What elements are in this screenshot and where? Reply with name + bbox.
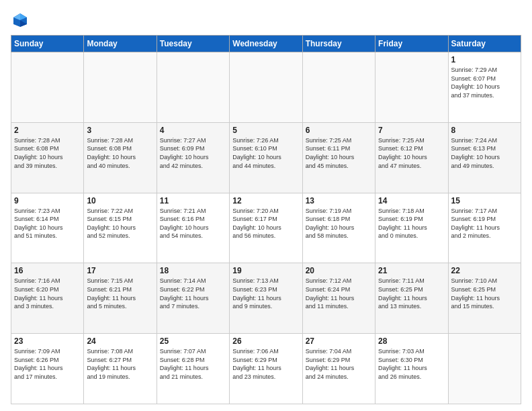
day-info: Sunrise: 7:28 AM Sunset: 6:08 PM Dayligh… (14, 136, 81, 170)
day-info: Sunrise: 7:22 AM Sunset: 6:15 PM Dayligh… (87, 207, 153, 240)
day-cell (375, 52, 448, 123)
day-cell: 15Sunrise: 7:17 AM Sunset: 6:19 PM Dayli… (448, 193, 521, 263)
day-number: 15 (451, 196, 518, 205)
day-cell: 2Sunrise: 7:28 AM Sunset: 6:08 PM Daylig… (11, 122, 84, 193)
day-info: Sunrise: 7:15 AM Sunset: 6:21 PM Dayligh… (87, 277, 153, 310)
week-row-1: 1Sunrise: 7:29 AM Sunset: 6:07 PM Daylig… (11, 52, 521, 123)
day-number: 17 (87, 266, 153, 275)
day-cell (302, 52, 375, 123)
day-cell: 11Sunrise: 7:21 AM Sunset: 6:16 PM Dayli… (157, 193, 229, 263)
day-cell: 26Sunrise: 7:06 AM Sunset: 6:29 PM Dayli… (230, 334, 302, 404)
weekday-sunday: Sunday (11, 36, 84, 52)
logo-icon (11, 11, 30, 30)
day-cell: 21Sunrise: 7:11 AM Sunset: 6:25 PM Dayli… (375, 263, 448, 334)
day-number: 11 (160, 196, 226, 205)
day-number: 13 (306, 196, 372, 205)
day-cell: 24Sunrise: 7:08 AM Sunset: 6:27 PM Dayli… (84, 334, 157, 404)
day-number: 28 (378, 336, 445, 346)
week-row-3: 9Sunrise: 7:23 AM Sunset: 6:14 PM Daylig… (11, 193, 521, 263)
day-info: Sunrise: 7:23 AM Sunset: 6:14 PM Dayligh… (14, 207, 81, 240)
day-number: 14 (378, 196, 445, 205)
day-cell: 23Sunrise: 7:09 AM Sunset: 6:26 PM Dayli… (11, 334, 84, 404)
weekday-wednesday: Wednesday (230, 36, 302, 52)
day-number: 6 (306, 126, 372, 135)
day-info: Sunrise: 7:09 AM Sunset: 6:26 PM Dayligh… (14, 347, 81, 381)
day-info: Sunrise: 7:14 AM Sunset: 6:22 PM Dayligh… (160, 277, 226, 310)
day-number: 25 (160, 336, 226, 346)
day-cell: 25Sunrise: 7:07 AM Sunset: 6:28 PM Dayli… (157, 334, 229, 404)
week-row-5: 23Sunrise: 7:09 AM Sunset: 6:26 PM Dayli… (11, 334, 521, 404)
weekday-monday: Monday (84, 36, 157, 52)
day-cell (157, 52, 229, 123)
day-info: Sunrise: 7:03 AM Sunset: 6:30 PM Dayligh… (378, 347, 445, 381)
day-cell: 28Sunrise: 7:03 AM Sunset: 6:30 PM Dayli… (375, 334, 448, 404)
day-number: 3 (87, 126, 153, 135)
day-cell (448, 334, 521, 404)
day-cell: 16Sunrise: 7:16 AM Sunset: 6:20 PM Dayli… (11, 263, 84, 334)
day-cell (84, 52, 157, 123)
day-info: Sunrise: 7:27 AM Sunset: 6:09 PM Dayligh… (160, 136, 226, 170)
day-cell: 8Sunrise: 7:24 AM Sunset: 6:13 PM Daylig… (448, 122, 521, 193)
day-cell: 17Sunrise: 7:15 AM Sunset: 6:21 PM Dayli… (84, 263, 157, 334)
day-cell: 14Sunrise: 7:18 AM Sunset: 6:19 PM Dayli… (375, 193, 448, 263)
day-number: 23 (14, 336, 81, 346)
day-info: Sunrise: 7:19 AM Sunset: 6:18 PM Dayligh… (306, 207, 372, 240)
day-cell (11, 52, 84, 123)
day-info: Sunrise: 7:08 AM Sunset: 6:27 PM Dayligh… (87, 347, 153, 381)
day-cell: 9Sunrise: 7:23 AM Sunset: 6:14 PM Daylig… (11, 193, 84, 263)
day-cell: 6Sunrise: 7:25 AM Sunset: 6:11 PM Daylig… (302, 122, 375, 193)
logo (11, 11, 32, 30)
day-cell: 18Sunrise: 7:14 AM Sunset: 6:22 PM Dayli… (157, 263, 229, 334)
day-cell: 1Sunrise: 7:29 AM Sunset: 6:07 PM Daylig… (448, 52, 521, 123)
day-info: Sunrise: 7:25 AM Sunset: 6:12 PM Dayligh… (378, 136, 445, 170)
day-number: 19 (232, 266, 299, 275)
day-cell: 12Sunrise: 7:20 AM Sunset: 6:17 PM Dayli… (230, 193, 302, 263)
day-cell: 13Sunrise: 7:19 AM Sunset: 6:18 PM Dayli… (302, 193, 375, 263)
day-cell: 22Sunrise: 7:10 AM Sunset: 6:25 PM Dayli… (448, 263, 521, 334)
weekday-header-row: SundayMondayTuesdayWednesdayThursdayFrid… (11, 36, 521, 52)
day-cell: 20Sunrise: 7:12 AM Sunset: 6:24 PM Dayli… (302, 263, 375, 334)
week-row-4: 16Sunrise: 7:16 AM Sunset: 6:20 PM Dayli… (11, 263, 521, 334)
day-cell: 19Sunrise: 7:13 AM Sunset: 6:23 PM Dayli… (230, 263, 302, 334)
day-info: Sunrise: 7:26 AM Sunset: 6:10 PM Dayligh… (232, 136, 299, 170)
day-number: 26 (232, 336, 299, 346)
day-cell: 4Sunrise: 7:27 AM Sunset: 6:09 PM Daylig… (157, 122, 229, 193)
day-info: Sunrise: 7:13 AM Sunset: 6:23 PM Dayligh… (232, 277, 299, 310)
day-number: 20 (306, 266, 372, 275)
day-info: Sunrise: 7:16 AM Sunset: 6:20 PM Dayligh… (14, 277, 81, 310)
week-row-2: 2Sunrise: 7:28 AM Sunset: 6:08 PM Daylig… (11, 122, 521, 193)
day-number: 12 (232, 196, 299, 205)
day-number: 7 (378, 126, 445, 135)
day-cell: 10Sunrise: 7:22 AM Sunset: 6:15 PM Dayli… (84, 193, 157, 263)
day-number: 27 (306, 336, 372, 346)
weekday-tuesday: Tuesday (157, 36, 229, 52)
day-info: Sunrise: 7:24 AM Sunset: 6:13 PM Dayligh… (451, 136, 518, 170)
day-info: Sunrise: 7:10 AM Sunset: 6:25 PM Dayligh… (451, 277, 518, 310)
calendar-table: SundayMondayTuesdayWednesdayThursdayFrid… (11, 35, 521, 404)
page: SundayMondayTuesdayWednesdayThursdayFrid… (0, 0, 532, 411)
day-info: Sunrise: 7:06 AM Sunset: 6:29 PM Dayligh… (232, 347, 299, 381)
day-number: 4 (160, 126, 226, 135)
day-number: 22 (451, 266, 518, 275)
day-number: 18 (160, 266, 226, 275)
day-cell: 7Sunrise: 7:25 AM Sunset: 6:12 PM Daylig… (375, 122, 448, 193)
day-info: Sunrise: 7:21 AM Sunset: 6:16 PM Dayligh… (160, 207, 226, 240)
weekday-saturday: Saturday (448, 36, 521, 52)
day-number: 5 (232, 126, 299, 135)
day-number: 16 (14, 266, 81, 275)
day-info: Sunrise: 7:18 AM Sunset: 6:19 PM Dayligh… (378, 207, 445, 240)
day-number: 8 (451, 126, 518, 135)
day-info: Sunrise: 7:17 AM Sunset: 6:19 PM Dayligh… (451, 207, 518, 240)
day-number: 24 (87, 336, 153, 346)
day-cell: 3Sunrise: 7:28 AM Sunset: 6:08 PM Daylig… (84, 122, 157, 193)
day-number: 9 (14, 196, 81, 205)
day-info: Sunrise: 7:12 AM Sunset: 6:24 PM Dayligh… (306, 277, 372, 310)
weekday-thursday: Thursday (302, 36, 375, 52)
header (11, 11, 521, 30)
day-cell: 5Sunrise: 7:26 AM Sunset: 6:10 PM Daylig… (230, 122, 302, 193)
day-info: Sunrise: 7:07 AM Sunset: 6:28 PM Dayligh… (160, 347, 226, 381)
day-number: 10 (87, 196, 153, 205)
weekday-friday: Friday (375, 36, 448, 52)
day-info: Sunrise: 7:28 AM Sunset: 6:08 PM Dayligh… (87, 136, 153, 170)
day-number: 2 (14, 126, 81, 135)
